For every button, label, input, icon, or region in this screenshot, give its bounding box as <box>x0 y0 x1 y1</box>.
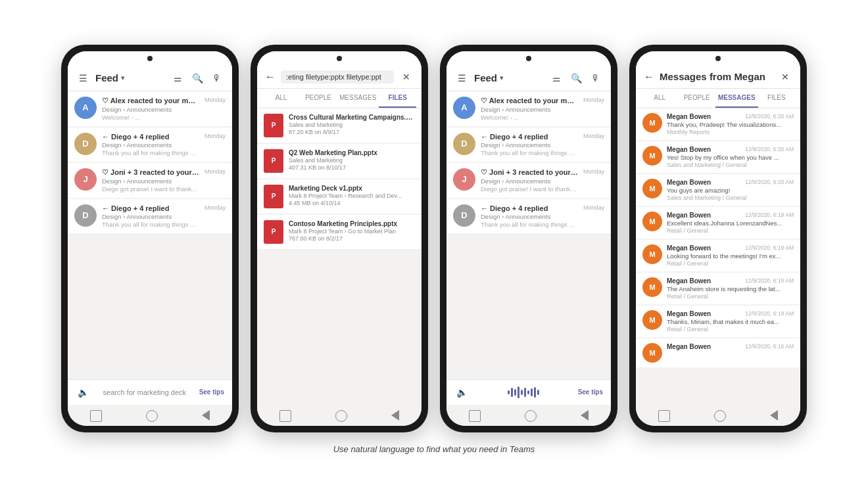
msg-time-4-0: 12/9/2020, 6:20 AM <box>745 113 794 120</box>
search-input-2[interactable]: :eting filetype:pptx filetype:ppt <box>281 70 394 83</box>
hamburger-icon[interactable]: ☰ <box>76 71 90 85</box>
nav-square-3[interactable] <box>469 410 481 422</box>
file-item-2-1[interactable]: P Q2 Web Marketing Plan.pptx Sales and M… <box>257 144 422 178</box>
nav-back-3[interactable] <box>581 410 589 421</box>
close-icon-4[interactable]: ✕ <box>778 70 792 84</box>
file-name-2-2: Marketing Deck v1.pptx <box>289 185 415 192</box>
msg-header-4-6: Megan Bowen 12/9/2020, 6:19 AM <box>667 310 794 317</box>
feed-item-1-1[interactable]: D ← Diego + 4 replied Design › Announcem… <box>68 127 232 162</box>
megan-avatar-1: M <box>642 146 662 166</box>
nav-back-2[interactable] <box>391 410 399 421</box>
status-bar-3 <box>446 51 611 66</box>
tab-people-2[interactable]: PEOPLE <box>300 89 337 108</box>
msg-item-4-3[interactable]: M Megan Bowen 12/9/2020, 6:19 AM Excelle… <box>636 207 800 239</box>
msg-text-4-6: Thanks, Miriam, that makes it much ea... <box>667 318 794 325</box>
msg-header-4-7: Megan Bowen 12/9/2020, 6:16 AM <box>667 343 794 350</box>
file-item-2-2[interactable]: P Marketing Deck v1.pptx Mark 8 Project … <box>257 179 422 214</box>
msg-text-4-5: The Anaheim store is requesting the lat.… <box>667 285 794 292</box>
wave-bar-9 <box>534 387 536 398</box>
avatar-3-1: D <box>453 133 475 155</box>
file-name-2-3: Contoso Marketing Principles.pptx <box>289 220 415 227</box>
file-meta-2-3: 767.00 KB on 8/2/17 <box>289 235 415 242</box>
search-icon-3[interactable]: 🔍 <box>569 71 583 85</box>
msg-item-4-0[interactable]: M Megan Bowen 12/9/2020, 6:20 AM Thank y… <box>636 108 800 140</box>
pptx-icon-2-0: P <box>264 114 283 137</box>
feed-time-1-0: Monday <box>205 97 226 103</box>
file-item-2-3[interactable]: P Contoso Marketing Principles.pptx Mark… <box>257 215 422 249</box>
topbar-1: ☰ Feed ▾ ⚌ 🔍 🎙 <box>68 66 232 91</box>
nav-circle-2[interactable] <box>335 410 347 422</box>
nav-circle-3[interactable] <box>525 410 537 422</box>
msg-item-4-1[interactable]: M Megan Bowen 12/9/2020, 6:20 AM Yes! St… <box>636 141 800 173</box>
msg-item-4-5[interactable]: M Megan Bowen 12/9/2020, 6:19 AM The Ana… <box>636 273 800 304</box>
feed-item-3-0[interactable]: A ♡ Alex reacted to your message Design … <box>446 91 611 126</box>
msg-text-4-0: Thank you, Pradeep! The visualizations..… <box>667 121 794 128</box>
filter-icon-1[interactable]: ⚌ <box>170 71 185 85</box>
nav-circle-4[interactable] <box>714 410 726 422</box>
tab-messages-2[interactable]: MESSAGES <box>337 89 379 108</box>
msg-item-4-2[interactable]: M Megan Bowen 12/9/2020, 6:20 AM You guy… <box>636 174 800 206</box>
speaker-icon-1[interactable]: 🔈 <box>76 385 90 400</box>
tab-files-4[interactable]: FILES <box>758 89 795 108</box>
wave-bar-7 <box>527 390 529 394</box>
tab-people-4[interactable]: PEOPLE <box>678 89 715 108</box>
tab-all-2[interactable]: ALL <box>262 89 300 108</box>
close-icon-2[interactable]: ✕ <box>399 70 414 84</box>
feed-title-item-3-3: ← Diego + 4 replied <box>481 204 578 212</box>
feed-item-3-2[interactable]: J ♡ Joni + 3 reacted to your message Des… <box>446 163 611 198</box>
msg-content-4-7: Megan Bowen 12/9/2020, 6:16 AM <box>667 343 794 350</box>
feed-preview-3-1: Thank you all for making things easy, th… <box>481 149 578 156</box>
msg-channel-4-2: Sales and Marketing / General <box>667 195 794 201</box>
file-name-2-1: Q2 Web Marketing Plan.pptx <box>289 149 415 156</box>
voice-query-1: search for marketing deck <box>95 388 194 396</box>
feed-content-1-1: ← Diego + 4 replied Design › Announcemen… <box>102 133 199 156</box>
speaker-icon-3[interactable]: 🔈 <box>454 385 469 400</box>
hamburger-icon-3[interactable]: ☰ <box>454 71 469 85</box>
nav-back-1[interactable] <box>202 410 210 421</box>
megan-avatar-3: M <box>642 212 662 231</box>
msg-text-4-1: Yes! Stop by my office when you have ... <box>667 154 794 161</box>
file-meta-2-0: 87.20 KB on 8/9/17 <box>289 129 415 135</box>
nav-square-4[interactable] <box>658 410 670 422</box>
nav-back-4[interactable] <box>770 410 778 421</box>
msg-item-4-7[interactable]: M Megan Bowen 12/9/2020, 6:16 AM <box>636 338 800 367</box>
filter-icon-3[interactable]: ⚌ <box>549 71 564 85</box>
tab-messages-4[interactable]: MESSAGES <box>715 89 758 108</box>
feed-label-3: Feed <box>474 72 497 83</box>
back-icon-4[interactable]: ← <box>644 71 654 83</box>
search-icon-1[interactable]: 🔍 <box>190 71 205 85</box>
msg-item-4-6[interactable]: M Megan Bowen 12/9/2020, 6:19 AM Thanks,… <box>636 306 800 337</box>
see-tips-3[interactable]: See tips <box>578 388 603 396</box>
tab-all-4[interactable]: ALL <box>641 89 678 108</box>
feed-sub-3-0: Design › Announcements <box>481 106 578 113</box>
mic-icon-1[interactable]: 🎙 <box>210 71 224 85</box>
nav-square-2[interactable] <box>279 410 291 422</box>
msg-name-4-6: Megan Bowen <box>667 310 711 317</box>
feed-content-3-1: ← Diego + 4 replied Design › Announcemen… <box>481 133 578 156</box>
msg-text-4-3: Excellent ideas.Johanna LorenzandNes... <box>667 219 794 227</box>
megan-avatar-4: M <box>642 244 662 264</box>
feed-sub-1-0: Design › Announcements <box>102 106 199 113</box>
msg-text-4-2: You guys are amazing! <box>667 187 794 194</box>
msg-time-4-7: 12/9/2020, 6:16 AM <box>745 343 794 350</box>
mic-icon-3[interactable]: 🎙 <box>589 71 603 85</box>
feed-title-item-3-2: ♡ Joni + 3 reacted to your message <box>481 168 578 177</box>
msg-time-4-5: 12/9/2020, 6:19 AM <box>745 277 794 284</box>
tabs-4: ALL PEOPLE MESSAGES FILES <box>636 89 800 108</box>
msg-item-4-4[interactable]: M Megan Bowen 12/9/2020, 6:19 AM Looking… <box>636 240 800 271</box>
feed-content-1-2: ♡ Joni + 3 reacted to your message Desig… <box>102 168 199 193</box>
back-icon-2[interactable]: ← <box>265 71 276 83</box>
feed-item-3-3[interactable]: D ← Diego + 4 replied Design › Announcem… <box>446 199 611 233</box>
tab-files-2[interactable]: FILES <box>379 89 416 108</box>
nav-square-1[interactable] <box>90 410 102 422</box>
feed-title-item-1-3: ← Diego + 4 replied <box>102 204 199 212</box>
feed-item-1-0[interactable]: A ♡ Alex reacted to your message Design … <box>68 91 232 126</box>
see-tips-1[interactable]: See tips <box>199 388 224 396</box>
feed-item-1-2[interactable]: J ♡ Joni + 3 reacted to your message Des… <box>68 163 232 198</box>
voice-wave-3 <box>474 386 573 399</box>
feed-item-1-3[interactable]: D ← Diego + 4 replied Design › Announcem… <box>68 199 232 233</box>
nav-circle-1[interactable] <box>146 410 158 422</box>
file-item-2-0[interactable]: P Cross Cultural Marketing Campaigns.ppt… <box>257 108 422 143</box>
feed-title-3: Feed ▾ <box>474 72 544 83</box>
feed-item-3-1[interactable]: D ← Diego + 4 replied Design › Announcem… <box>446 127 611 162</box>
